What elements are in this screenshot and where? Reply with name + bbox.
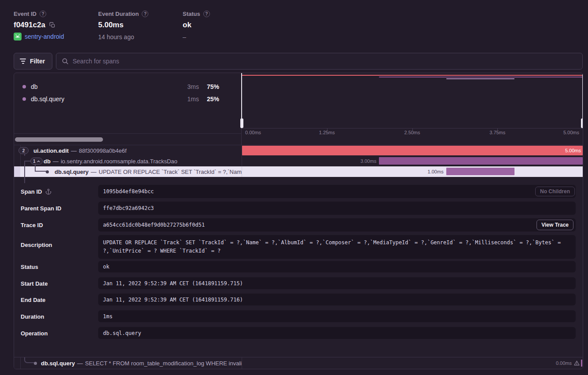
span-op: ui.action.edit bbox=[33, 147, 69, 154]
span-name-cell: 1 db—io.sentry.android.roomsample.data.T… bbox=[14, 156, 242, 166]
children-count-badge[interactable]: 2 bbox=[18, 147, 29, 154]
parent-span-id-value: ffe7dbc92a6942c3 bbox=[98, 202, 576, 215]
detail-label: Duration bbox=[21, 313, 44, 320]
end-date-value: Jan 11, 2022 9:52:39 AM CET (1641891159.… bbox=[98, 294, 576, 305]
span-search[interactable] bbox=[56, 53, 583, 70]
tree-connector bbox=[35, 171, 46, 172]
divider bbox=[242, 357, 242, 369]
tree-connector bbox=[24, 177, 25, 183]
op-name: db.sql.query bbox=[31, 96, 179, 103]
event-duration-label: Event Duration bbox=[98, 11, 139, 17]
status-value-box: ok bbox=[98, 261, 576, 272]
span-id-value: 1095bd4ef8e94bcc bbox=[98, 185, 576, 198]
no-children-button[interactable]: No Children bbox=[535, 187, 575, 196]
detail-row-start-date: Start Date Jan 11, 2022 9:52:39 AM CET (… bbox=[14, 277, 583, 289]
event-duration-block: Event Duration ? 5.00ms 14 hours ago bbox=[98, 11, 148, 40]
axis-label: 0.00ms bbox=[245, 130, 261, 135]
detail-row-description: Description UPDATE OR REPLACE `Track` SE… bbox=[14, 235, 583, 259]
detail-row-span-id: Span ID 1095bd4ef8e94bcc No Children bbox=[14, 185, 583, 198]
legend-item-db[interactable]: db 3ms 75% bbox=[14, 81, 241, 93]
viewport-left-handle[interactable] bbox=[240, 118, 243, 128]
span-op: db.sql.query bbox=[41, 360, 75, 367]
span-tree: 2 ui.action.edit—88f300998a0b4e6f 5.00ms… bbox=[14, 145, 583, 177]
detail-row-trace-id: Trace ID a654cc61dc0b48ef9d0b27275b6f0d5… bbox=[14, 218, 583, 232]
tree-connector bbox=[24, 166, 25, 177]
status-block: Status ? ok – bbox=[183, 11, 210, 40]
span-duration: 3.00ms bbox=[360, 156, 376, 166]
project-link[interactable]: sentry-android bbox=[14, 33, 64, 40]
search-input[interactable] bbox=[73, 58, 577, 65]
op-duration: 3ms bbox=[179, 83, 199, 90]
operation-value: db.sql.query bbox=[98, 327, 576, 339]
axis-label: 5.00ms bbox=[563, 130, 579, 135]
span-duration: 1.00ms bbox=[428, 166, 444, 177]
start-date-value: Jan 11, 2022 9:52:39 AM CET (1641891159.… bbox=[98, 277, 576, 289]
help-icon[interactable]: ? bbox=[142, 11, 148, 17]
event-id-label: Event ID bbox=[14, 11, 37, 17]
children-count: 1 bbox=[33, 159, 36, 164]
op-color-dot bbox=[22, 97, 26, 101]
span-row-ui-action-edit[interactable]: 2 ui.action.edit—88f300998a0b4e6f 5.00ms bbox=[14, 145, 583, 156]
help-icon[interactable]: ? bbox=[40, 11, 46, 17]
separator: — bbox=[91, 169, 96, 175]
op-duration: 1ms bbox=[179, 96, 199, 103]
detail-label: Status bbox=[21, 264, 38, 270]
span-bar bbox=[446, 168, 515, 175]
separator: — bbox=[71, 147, 77, 154]
project-name: sentry-android bbox=[25, 33, 64, 40]
status-label: Status bbox=[183, 11, 200, 17]
children-count-badge[interactable]: 1 bbox=[30, 158, 43, 165]
trace-minimap[interactable] bbox=[242, 73, 583, 128]
minimap-span-bar bbox=[379, 77, 583, 77]
children-count: 2 bbox=[22, 148, 25, 153]
detail-label: Description bbox=[21, 242, 52, 248]
detail-label: Start Date bbox=[21, 280, 48, 287]
detail-label: Parent Span ID bbox=[21, 205, 61, 212]
span-timeline-cell: 3.00ms bbox=[242, 156, 583, 166]
ops-breakdown: db 3ms 75% db.sql.query 1ms 25% bbox=[14, 73, 242, 145]
detail-label: Operation bbox=[21, 330, 48, 336]
status-sub: – bbox=[183, 33, 210, 40]
span-row-db-sql-query-select[interactable]: db.sql.query—SELECT * FROM room_table_mo… bbox=[14, 357, 583, 369]
span-row-db[interactable]: 1 db—io.sentry.android.roomsample.data.T… bbox=[14, 156, 583, 166]
span-description: UPDATE OR REPLACE `Track` SET `TrackId` … bbox=[99, 169, 242, 175]
span-duration: 0.00ms bbox=[556, 360, 572, 366]
event-id-label-row: Event ID ? bbox=[14, 11, 64, 17]
span-row-db-sql-query-selected[interactable]: db.sql.query—UPDATE OR REPLACE `Track` S… bbox=[14, 166, 583, 177]
span-timeline-cell: 5.00ms bbox=[242, 145, 583, 156]
detail-label: Span ID bbox=[21, 188, 42, 195]
op-name: db bbox=[31, 83, 179, 90]
span-op: db bbox=[44, 158, 51, 165]
help-icon[interactable]: ? bbox=[203, 11, 210, 17]
tree-connector bbox=[24, 357, 34, 363]
op-percent: 75% bbox=[199, 83, 219, 90]
detail-row-operation: Operation db.sql.query bbox=[14, 327, 583, 339]
status-value: ok bbox=[183, 21, 191, 29]
tree-connector bbox=[24, 162, 25, 166]
span-description: 88f300998a0b4e6f bbox=[79, 147, 126, 154]
detail-label: Trace ID bbox=[21, 222, 43, 228]
span-dot bbox=[46, 170, 49, 173]
span-op: db.sql.query bbox=[55, 169, 88, 175]
legend-item-db-sql-query[interactable]: db.sql.query 1ms 25% bbox=[14, 93, 241, 105]
span-bar bbox=[379, 157, 583, 165]
time-axis: 0.00ms 1.25ms 2.50ms 3.75ms 5.00ms bbox=[242, 128, 583, 136]
viewport-right-handle[interactable] bbox=[581, 118, 583, 128]
filter-button[interactable]: Filter bbox=[14, 53, 52, 70]
view-trace-button[interactable]: View Trace bbox=[537, 220, 573, 230]
trace-panel: db 3ms 75% db.sql.query 1ms 25% 0.00ms bbox=[14, 73, 583, 369]
horizontal-scrollbar[interactable] bbox=[15, 137, 103, 142]
anchor-icon[interactable] bbox=[45, 188, 51, 195]
detail-row-status: Status ok bbox=[14, 261, 583, 272]
event-id-value: f0491c2a bbox=[14, 21, 45, 29]
android-icon bbox=[14, 33, 22, 40]
zero-duration-span-bar bbox=[581, 360, 582, 367]
event-id-block: Event ID ? f0491c2a sentry-android bbox=[14, 11, 64, 40]
span-description: io.sentry.android.roomsample.data.Tracks… bbox=[61, 158, 177, 165]
copy-icon[interactable] bbox=[49, 22, 55, 28]
op-color-dot bbox=[22, 85, 26, 88]
filter-icon bbox=[20, 59, 26, 64]
span-name-cell: db.sql.query—SELECT * FROM room_table_mo… bbox=[14, 357, 242, 369]
trace-id-value: a654cc61dc0b48ef9d0b27275b6f0d51 bbox=[98, 218, 576, 232]
minimap-span-bar bbox=[446, 78, 514, 79]
